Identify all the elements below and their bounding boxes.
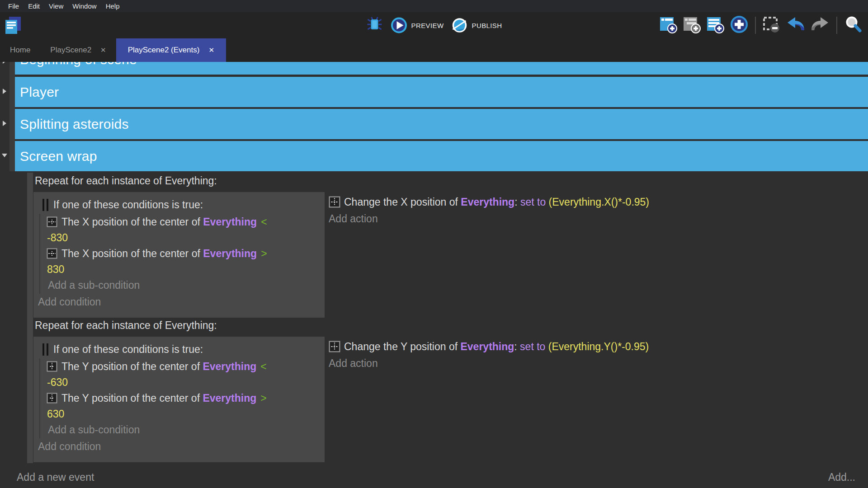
sub-conditions-block: The X position of the center of Everythi… bbox=[39, 214, 325, 294]
group-title: Beginning of scene bbox=[20, 62, 137, 67]
condition-row[interactable]: The X position of the center of Everythi… bbox=[40, 245, 325, 277]
object-name: Everything bbox=[203, 392, 256, 404]
debug-icon bbox=[366, 16, 383, 35]
conditions-panel[interactable]: If one of these conditions is true: The … bbox=[33, 192, 325, 318]
event-group-screen-wrap[interactable]: Screen wrap bbox=[15, 141, 868, 171]
toolbar-separator bbox=[755, 17, 756, 34]
conditions-panel[interactable]: If one of these conditions is true: The … bbox=[33, 337, 325, 462]
operator: < bbox=[256, 361, 266, 372]
action-text: Change the Y position of bbox=[344, 341, 460, 352]
event-group-player[interactable]: Player bbox=[15, 77, 868, 107]
or-conditions-header[interactable]: If one of these conditions is true: bbox=[33, 196, 325, 214]
undo-button[interactable] bbox=[786, 15, 806, 36]
chevron-down-icon[interactable] bbox=[2, 154, 7, 157]
tab-playscene2[interactable]: PlayScene2 ✕ bbox=[40, 38, 116, 62]
add-sub-condition-link[interactable]: Add a sub-condition bbox=[40, 277, 325, 294]
add-more-button[interactable] bbox=[730, 15, 749, 36]
publish-label: PUBLISH bbox=[472, 22, 502, 29]
menu-bar: File Edit View Window Help bbox=[0, 0, 868, 12]
project-manager-icon bbox=[4, 16, 23, 37]
event-group-splitting-asteroids[interactable]: Splitting asteroids bbox=[15, 109, 868, 139]
menu-file[interactable]: File bbox=[4, 0, 24, 12]
or-icon bbox=[42, 343, 48, 356]
actions-column: Change the Y position of Everything: set… bbox=[329, 338, 649, 372]
search-button[interactable] bbox=[844, 15, 863, 36]
condition-row[interactable]: The Y position of the center of Everythi… bbox=[40, 390, 325, 422]
redo-icon bbox=[810, 15, 830, 36]
menu-edit[interactable]: Edit bbox=[24, 0, 44, 12]
condition-text: The X position of the center of bbox=[61, 216, 203, 228]
undo-icon bbox=[786, 15, 806, 36]
preview-play-icon bbox=[391, 17, 408, 34]
tab-playscene2-events[interactable]: PlayScene2 (Events) ✕ bbox=[116, 38, 226, 62]
operator: > bbox=[257, 248, 267, 259]
add-action-link[interactable]: Add action bbox=[329, 355, 649, 372]
add-action-link[interactable]: Add action bbox=[329, 210, 649, 227]
menu-view[interactable]: View bbox=[44, 0, 68, 12]
chevron-right-icon[interactable] bbox=[3, 89, 6, 94]
add-subevent-button[interactable] bbox=[683, 15, 702, 36]
add-condition-link[interactable]: Add condition bbox=[33, 438, 325, 455]
add-more-link[interactable]: Add... bbox=[828, 471, 855, 483]
condition-text: The X position of the center of bbox=[61, 248, 203, 259]
main-toolbar: PREVIEW PUBLISH bbox=[0, 12, 868, 38]
tab-label: PlayScene2 (Events) bbox=[128, 46, 200, 55]
add-sub-condition-link[interactable]: Add a sub-condition bbox=[40, 422, 325, 438]
condition-row[interactable]: The Y position of the center of Everythi… bbox=[40, 358, 325, 390]
add-subevent-icon bbox=[683, 15, 702, 36]
action-expression: (Everything.X()*-0.95) bbox=[549, 196, 649, 208]
operator-label: set to bbox=[518, 196, 549, 208]
add-new-event-link[interactable]: Add a new event bbox=[17, 471, 94, 483]
tab-home[interactable]: Home bbox=[0, 38, 40, 62]
operator: < bbox=[257, 216, 267, 228]
actions-column: Change the X position of Everything: set… bbox=[329, 194, 649, 227]
or-header-label: If one of these conditions is true: bbox=[53, 343, 203, 356]
add-event-button[interactable] bbox=[659, 15, 678, 36]
condition-row[interactable]: The X position of the center of Everythi… bbox=[40, 214, 325, 245]
repeat-event-header[interactable]: Repeat for each instance of Everything: bbox=[35, 175, 217, 187]
repeat-event-header[interactable]: Repeat for each instance of Everything: bbox=[35, 319, 217, 332]
action-row[interactable]: Change the X position of Everything: set… bbox=[329, 194, 649, 210]
sub-conditions-block: The Y position of the center of Everythi… bbox=[39, 358, 325, 438]
tab-close-icon[interactable]: ✕ bbox=[208, 46, 214, 54]
menu-window[interactable]: Window bbox=[68, 0, 101, 12]
or-conditions-header[interactable]: If one of these conditions is true: bbox=[33, 340, 325, 358]
object-name: Everything bbox=[461, 196, 514, 208]
toolbar-separator bbox=[836, 17, 837, 34]
x-position-icon bbox=[47, 216, 57, 227]
y-position-icon bbox=[47, 393, 57, 404]
event-group-beginning-of-scene[interactable]: Beginning of scene bbox=[15, 62, 868, 75]
action-row[interactable]: Change the Y position of Everything: set… bbox=[329, 338, 649, 355]
events-gutter bbox=[27, 173, 33, 463]
condition-text: The Y position of the center of bbox=[61, 392, 203, 404]
action-expression: (Everything.Y()*-0.95) bbox=[548, 341, 649, 352]
or-icon bbox=[42, 199, 48, 211]
debug-button[interactable] bbox=[366, 16, 383, 35]
preview-button[interactable]: PREVIEW bbox=[391, 17, 444, 34]
tab-bar: Home PlayScene2 ✕ PlayScene2 (Events) ✕ bbox=[0, 38, 868, 62]
y-position-icon bbox=[329, 341, 340, 352]
redo-button[interactable] bbox=[810, 15, 830, 36]
chevron-right-icon[interactable] bbox=[3, 121, 6, 126]
deselect-icon bbox=[762, 15, 781, 36]
menu-help[interactable]: Help bbox=[101, 0, 124, 12]
tab-label: Home bbox=[10, 46, 30, 55]
add-comment-button[interactable] bbox=[706, 15, 725, 36]
add-condition-link[interactable]: Add condition bbox=[33, 294, 325, 310]
publish-button[interactable]: PUBLISH bbox=[451, 17, 502, 34]
project-manager-button[interactable] bbox=[4, 16, 23, 37]
chevron-right-icon[interactable] bbox=[3, 62, 6, 64]
operator-label: set to bbox=[517, 341, 548, 352]
group-title: Player bbox=[20, 84, 59, 100]
object-name: Everything bbox=[460, 341, 514, 352]
y-position-icon bbox=[47, 361, 57, 372]
operator: > bbox=[256, 392, 266, 404]
toolbar-right bbox=[659, 12, 863, 38]
condition-value: 630 bbox=[40, 406, 325, 422]
add-event-icon bbox=[659, 15, 678, 36]
deselect-button[interactable] bbox=[762, 15, 781, 36]
add-more-icon bbox=[730, 15, 749, 36]
tab-label: PlayScene2 bbox=[50, 46, 91, 55]
tab-close-icon[interactable]: ✕ bbox=[100, 46, 106, 54]
gdevelop-window: File Edit View Window Help bbox=[0, 0, 868, 488]
